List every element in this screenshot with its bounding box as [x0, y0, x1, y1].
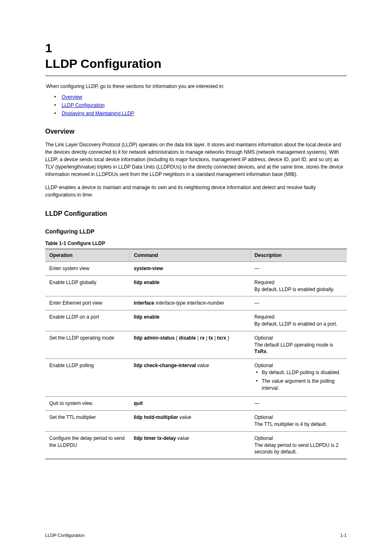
table-row: Enable LLDP on a port lldp enable Requir… [45, 310, 347, 331]
cell-command: lldp timer tx-delay value [130, 431, 251, 459]
footer-page-number: 1-1 [340, 533, 347, 538]
toc-link-lldp-config[interactable]: LLDP Configuration [62, 102, 105, 108]
cell-command: interface interface-type interface-numbe… [130, 296, 251, 310]
toc-link-overview[interactable]: Overview [62, 94, 82, 100]
overview-para-1: The Link Layer Discovery Protocol (LLDP)… [45, 141, 347, 178]
cell-command: lldp admin-status { disable | rx | tx | … [130, 331, 251, 358]
table-row: Configure the delay period to send the L… [45, 431, 347, 459]
cell-operation: Configure the delay period to send the L… [45, 431, 130, 459]
table-row: Enable LLDP globally lldp enable Require… [45, 275, 347, 296]
table-row: Quit to system view. quit — [45, 397, 347, 411]
cell-command: lldp enable [130, 275, 251, 296]
cell-operation: Set the LLDP operating mode [45, 331, 130, 358]
toc-link-displaying[interactable]: Displaying and Maintaining LLDP [62, 111, 134, 116]
cell-operation: Set the TTL multiplier [45, 411, 130, 432]
table-row: Enter system view system-view — [45, 262, 347, 276]
title-rule [45, 76, 347, 76]
cell-description: — [250, 397, 347, 411]
chapter-number: 1 [45, 41, 347, 55]
config-heading: LLDP Configuration [45, 210, 347, 217]
cell-command: system-view [130, 262, 251, 276]
cell-command: lldp enable [130, 310, 251, 331]
table-row: Enter Ethernet port view interface inter… [45, 296, 347, 310]
page-footer: LLDP Configuration 1-1 [45, 533, 347, 538]
cell-command: lldp hold-multiplier value [130, 411, 251, 432]
overview-para-2: LLDP enables a device to maintain and ma… [45, 184, 347, 199]
cell-description: RequiredBy default, LLDP is enabled glob… [250, 275, 347, 296]
table-caption: Table 1-1 Configure LLDP [45, 240, 347, 246]
cell-operation: Enable LLDP polling [45, 359, 130, 397]
cell-description: OptionalThe TTL multiplier is 4 by defau… [250, 411, 347, 432]
cell-description: OptionalThe default LLDP operating mode … [250, 331, 347, 358]
cell-description: Optional By default, LLDP polling is dis… [250, 359, 347, 397]
cell-description: — [250, 262, 347, 276]
config-table: Operation Command Description Enter syst… [45, 249, 347, 459]
table-row: Set the LLDP operating mode lldp admin-s… [45, 331, 347, 358]
th-command: Command [130, 249, 251, 262]
cell-operation: Enable LLDP on a port [45, 310, 130, 331]
cell-description: OptionalThe delay period to send LLDPDU … [250, 431, 347, 459]
th-description: Description [250, 249, 347, 262]
chapter-title: LLDP Configuration [45, 57, 347, 71]
cell-command: lldp check-change-interval value [130, 359, 251, 397]
toc-link-list: Overview LLDP Configuration Displaying a… [62, 94, 347, 116]
table-row: Set the TTL multiplier lldp hold-multipl… [45, 411, 347, 432]
th-operation: Operation [45, 249, 130, 262]
cell-description: — [250, 296, 347, 310]
table-row: Enable LLDP polling lldp check-change-in… [45, 359, 347, 397]
intro-paragraph: When configuring LLDP, go to these secti… [46, 83, 347, 89]
footer-left: LLDP Configuration [45, 533, 85, 538]
cell-operation: Enter system view [45, 262, 130, 276]
cell-operation: Enter Ethernet port view [45, 296, 130, 310]
table-header-row: Operation Command Description [45, 249, 347, 262]
cell-command: quit [130, 397, 251, 411]
cell-operation: Enable LLDP globally [45, 275, 130, 296]
config-subheading: Configuring LLDP [45, 228, 347, 235]
cell-description: RequiredBy default, LLDP is enabled on a… [250, 310, 347, 331]
overview-heading: Overview [45, 128, 347, 135]
cell-operation: Quit to system view. [45, 397, 130, 411]
